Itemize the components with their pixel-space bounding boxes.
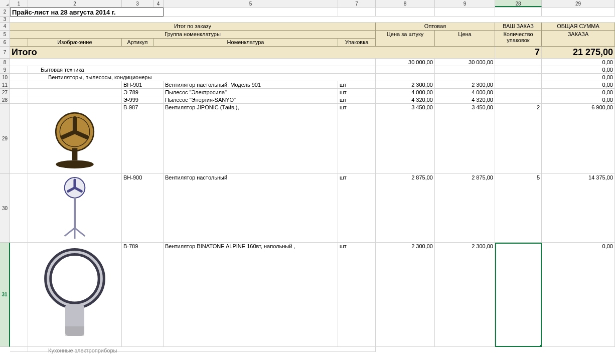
product-image	[28, 104, 122, 174]
category-fans[interactable]: Вентиляторы, пылесосы, кондиционеры	[28, 74, 376, 81]
hdr-order-total: Итог по заказу	[10, 23, 376, 31]
fan-bladeless-icon	[29, 244, 120, 345]
svg-point-3	[56, 160, 94, 168]
hdr-total-sum: ОБЩАЯ СУММА	[542, 23, 615, 31]
product-image	[28, 174, 122, 243]
hdr-wholesale: Оптовая	[376, 23, 495, 31]
row-header-2[interactable]: 2	[0, 8, 10, 17]
row-header-10[interactable]: 10	[0, 74, 10, 81]
hdr-qty-packs: Количество упаковок	[495, 31, 542, 47]
category-household[interactable]: Бытовая техника	[28, 66, 376, 74]
svg-point-7	[48, 252, 102, 305]
total-label: Итого	[10, 47, 495, 59]
price-list-title: Прайс-лист на 28 августа 2014 г.	[10, 8, 164, 17]
column-header-29[interactable]: 29	[542, 0, 615, 7]
table-row: Э-789 Пылесос "Электросила" шт 4 000,00 …	[10, 89, 615, 96]
svg-rect-2	[72, 148, 78, 160]
select-all-corner[interactable]	[0, 0, 10, 8]
hdr-your-order: ВАШ ЗАКАЗ	[495, 23, 542, 31]
table-row: ВН-900 Вентилятор настольный шт 2 875,00…	[10, 174, 615, 243]
hdr-nomenclature-group: Группа номенклатуры	[10, 31, 376, 39]
table-row: В-789 Вентилятор BINATONE ALPINE 160вт, …	[10, 243, 615, 347]
hdr-image: Изображение	[28, 39, 122, 47]
row-header-29[interactable]: 29	[0, 104, 10, 174]
hdr-order-sum: ЗАКАЗА	[542, 31, 615, 47]
row-headers: 2345678910112728293031	[0, 8, 10, 347]
row-header-30[interactable]: 30	[0, 174, 10, 243]
total-sum: 21 275,00	[542, 47, 615, 59]
hdr-nomenclature: Номенклатура	[153, 39, 338, 47]
row-header-28[interactable]: 28	[0, 96, 10, 104]
row-header-27[interactable]: 27	[0, 89, 10, 96]
hdr-price-per-unit: Цена за штуку	[376, 31, 435, 47]
fan-desk-icon	[29, 105, 120, 172]
hdr-price: Цена	[435, 31, 495, 47]
table-row: В-987 Вентилятор JIPONIC (Тайв.), шт 3 4…	[10, 104, 615, 174]
table-row: ВН-901 Вентилятор настольный, Модель 901…	[10, 81, 615, 89]
row-header-11[interactable]: 11	[0, 81, 10, 89]
fan-stand-icon	[29, 175, 120, 241]
column-header-5[interactable]: 5	[164, 0, 338, 7]
svg-rect-9	[65, 326, 84, 336]
product-image	[28, 243, 122, 347]
column-header-9[interactable]: 9	[435, 0, 495, 7]
spreadsheet-grid: Прайс-лист на 28 августа 2014 г. Итог по…	[10, 8, 615, 352]
column-header-7[interactable]: 7	[338, 0, 376, 7]
row-header-31[interactable]: 31	[0, 243, 10, 347]
row-header-4[interactable]: 4	[0, 23, 10, 31]
column-header-28[interactable]: 28	[495, 0, 542, 7]
row-header-7[interactable]: 7	[0, 47, 10, 59]
total-qty: 7	[495, 47, 542, 59]
table-row: Э-999 Пылесос "Энергия-SANYO" шт 4 320,0…	[10, 96, 615, 104]
svg-rect-5	[74, 198, 76, 228]
column-header-8[interactable]: 8	[376, 0, 435, 7]
column-header-1[interactable]: 1	[10, 0, 28, 7]
column-header-4[interactable]: 4	[153, 0, 164, 7]
hdr-article: Артикул	[122, 39, 153, 47]
row-header-5[interactable]: 5	[0, 31, 10, 39]
column-header-3[interactable]: 3	[122, 0, 153, 7]
column-headers: 123457892829	[10, 0, 615, 8]
row-header-6[interactable]: 6	[0, 39, 10, 47]
column-header-2[interactable]: 2	[28, 0, 122, 7]
hdr-package: Упаковка	[338, 39, 376, 47]
active-cell[interactable]	[495, 243, 542, 347]
row-header-3[interactable]: 3	[0, 17, 10, 23]
row-header-9[interactable]: 9	[0, 66, 10, 74]
row-header-8[interactable]: 8	[0, 59, 10, 66]
